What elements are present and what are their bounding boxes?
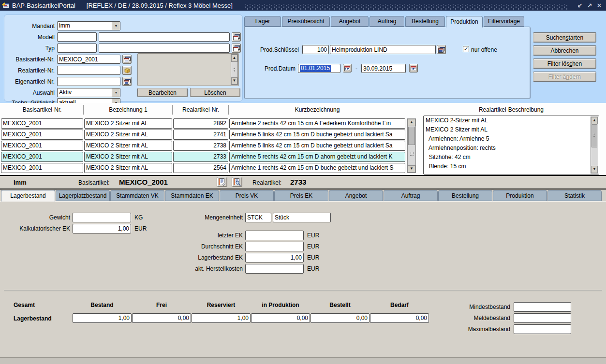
tab-produktion[interactable]: Produktion: [446, 16, 483, 28]
tab-stammdaten-ek[interactable]: Stammdaten EK: [165, 190, 219, 201]
bestand-field[interactable]: [73, 313, 132, 323]
kalk-ek-field[interactable]: [73, 224, 131, 233]
scroll-down-icon[interactable]: ▼: [408, 165, 415, 173]
prod-schluessel-code-field[interactable]: [302, 45, 329, 54]
scroll-up-icon[interactable]: ▲: [408, 119, 415, 126]
scrollbar-thumb[interactable]: [408, 127, 415, 145]
results-scrollbar[interactable]: ▲ ▼: [407, 118, 416, 173]
bestellt-field[interactable]: [310, 313, 370, 323]
prod-schluessel-text-field[interactable]: [330, 45, 436, 54]
maximalbestand-label: Maximalbestand: [438, 326, 510, 333]
modell-lov-button[interactable]: [232, 32, 241, 42]
bedarf-field[interactable]: [370, 313, 429, 323]
lov-icon: [233, 45, 240, 51]
prod-schluessel-lov-button[interactable]: [437, 45, 446, 54]
tab-bestellung[interactable]: Bestellung: [405, 16, 445, 27]
tab-angebot[interactable]: Angebot: [331, 16, 369, 27]
mengeneinheit-text-field[interactable]: [273, 213, 331, 222]
minimize-button[interactable]: ↙: [575, 1, 585, 10]
typ-code-field[interactable]: [57, 44, 97, 53]
realartikel-field[interactable]: [57, 66, 120, 75]
preview-description-button[interactable]: [232, 177, 242, 187]
calendar-icon: [344, 65, 350, 71]
tab-statistik[interactable]: Statistik: [547, 190, 602, 201]
memo-scrollbar[interactable]: ▲ ▼: [231, 54, 238, 85]
tab-auftrag-detail[interactable]: Auftrag: [384, 190, 438, 201]
lagerbestand-ek-field[interactable]: [245, 253, 304, 262]
realartikel-config-button[interactable]: [122, 66, 132, 75]
table-row[interactable]: MEXICO_2001 MEXICO 2 Sitzer mit AL 2892 …: [0, 118, 409, 129]
suchen-starten-button[interactable]: Suchen starten: [533, 32, 596, 43]
table-row[interactable]: MEXICO_2001 MEXICO 2 Sitzer mit AL 2564 …: [0, 163, 409, 173]
tab-filtervorlage[interactable]: Filtervorlage: [484, 16, 524, 27]
typ-lov-button[interactable]: [232, 44, 241, 53]
gewicht-label: Gewicht: [9, 214, 70, 221]
prod-datum-von-field[interactable]: 01.01.2015: [298, 64, 340, 73]
app-icon: [2, 2, 10, 9]
kalk-ek-label: Kalkulatorischer EK: [9, 225, 70, 232]
filter-aendern-button[interactable]: Filter ändern: [533, 72, 596, 82]
tab-auftrag[interactable]: Auftrag: [370, 16, 404, 27]
loeschen-button[interactable]: Löschen: [190, 88, 240, 97]
dropdown-arrow-icon[interactable]: ▼: [112, 88, 120, 97]
prod-datum-bis-calendar-button[interactable]: [409, 64, 418, 73]
basisartikel-lov-button[interactable]: [122, 55, 132, 64]
modell-text-field[interactable]: [99, 32, 230, 42]
auswahl-select[interactable]: Aktiv ▼: [57, 88, 120, 97]
durchschnitt-ek-field[interactable]: [245, 242, 304, 251]
mindestbestand-field[interactable]: [514, 302, 571, 312]
scroll-down-icon[interactable]: ▼: [591, 166, 598, 173]
restore-button[interactable]: ↗: [585, 1, 594, 10]
modell-code-field[interactable]: [57, 32, 97, 42]
close-button[interactable]: ✕: [594, 1, 604, 10]
tab-lager[interactable]: Lager: [244, 16, 281, 27]
basisartikel-field[interactable]: [57, 55, 120, 64]
edit-description-icon: [218, 178, 226, 186]
meldebestand-field[interactable]: [514, 313, 571, 323]
herstellkosten-field[interactable]: [245, 264, 304, 274]
tab-stammdaten-vk[interactable]: Stammdaten VK: [110, 190, 164, 201]
eigenartikel-field[interactable]: [57, 77, 120, 86]
prod-datum-von-calendar-button[interactable]: [343, 64, 352, 73]
tab-produktion-detail[interactable]: Produktion: [493, 190, 547, 201]
edit-description-button[interactable]: [217, 177, 227, 187]
nur-offene-checkbox[interactable]: ✓: [463, 46, 469, 52]
bearbeiten-button[interactable]: Bearbeiten: [137, 88, 188, 97]
table-row[interactable]: MEXICO_2001 MEXICO 2 Sitzer mit AL 2741 …: [0, 130, 409, 140]
tab-preis-vk[interactable]: Preis VK: [220, 190, 274, 201]
tab-preis-ek[interactable]: Preis EK: [274, 190, 328, 201]
table-row[interactable]: MEXICO_2001 MEXICO 2 Sitzer mit AL 2738 …: [0, 141, 409, 151]
tab-lagerbestand[interactable]: Lagerbestand: [1, 190, 55, 202]
eigenartikel-lov-button[interactable]: [122, 77, 132, 86]
table-row-selected[interactable]: MEXICO_2001 MEXICO 2 Sitzer mit AL 2733 …: [0, 152, 409, 162]
tab-bestellung-detail[interactable]: Bestellung: [438, 190, 492, 201]
letzter-ek-field[interactable]: [245, 231, 304, 240]
frei-field[interactable]: [132, 313, 191, 323]
mengeneinheit-code-field[interactable]: [245, 213, 271, 222]
tab-lagerplatzbestand[interactable]: Lagerplatzbestand: [56, 190, 110, 201]
scroll-up-icon[interactable]: ▲: [591, 117, 598, 124]
article-filter-panel: Mandant Modell Typ Basisartikel-Nr. Real…: [4, 15, 243, 102]
mandant-select[interactable]: imm ▼: [57, 21, 120, 30]
scroll-down-icon[interactable]: ▼: [231, 77, 237, 85]
scrollbar-grip[interactable]: [593, 133, 596, 138]
detail-tab-strip: Lagerbestand Lagerplatzbestand Stammdate…: [1, 190, 602, 202]
title-bar: BAP-BasisartikelPortal [REFLEX / DE / 28…: [0, 0, 606, 11]
maximalbestand-field[interactable]: [514, 324, 571, 334]
letzter-ek-label: letzter EK: [174, 232, 243, 239]
beschreibung-box[interactable]: MEXICO 2-Sitzer mit AL MEXICO 2 Sitzer m…: [423, 116, 599, 175]
tab-preisuebersicht[interactable]: Preisübersicht: [282, 16, 330, 27]
prod-datum-bis-field[interactable]: [361, 64, 406, 73]
tab-angebot-detail[interactable]: Angebot: [329, 190, 383, 201]
typ-text-field[interactable]: [99, 44, 230, 53]
scroll-up-icon[interactable]: ▲: [231, 55, 237, 62]
scrollbar-grip[interactable]: [410, 152, 414, 157]
in-produktion-field[interactable]: [251, 313, 310, 323]
filter-loeschen-button[interactable]: Filter löschen: [533, 58, 596, 69]
abbrechen-button[interactable]: Abbrechen: [533, 45, 596, 56]
dropdown-arrow-icon[interactable]: ▼: [112, 22, 120, 30]
scrollbar-grip[interactable]: [233, 67, 236, 73]
beschreibung-scrollbar[interactable]: ▲ ▼: [591, 116, 598, 174]
reserviert-field[interactable]: [192, 313, 251, 323]
gewicht-field[interactable]: [73, 213, 131, 222]
